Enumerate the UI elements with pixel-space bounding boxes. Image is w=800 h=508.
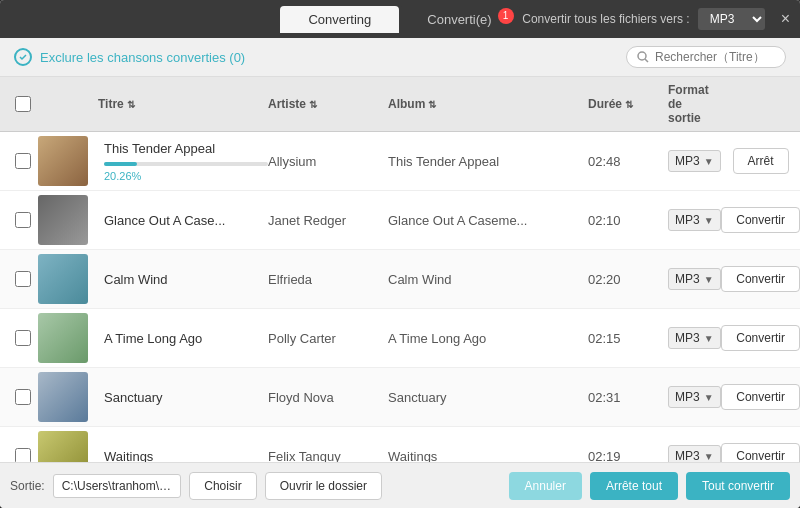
tab-converting[interactable]: Converting [280,6,399,33]
th-album[interactable]: Album ⇅ [388,97,588,111]
choisir-button[interactable]: Choisir [189,472,256,500]
th-artiste[interactable]: Artiste ⇅ [268,97,388,111]
album-art [38,431,88,462]
sort-arrow-titre: ⇅ [127,99,135,110]
row-check-cell [8,212,38,228]
table-row: Glance Out A Case... Janet Redger Glance… [0,191,800,250]
format-cell: MP3 ▼ [668,209,721,231]
format-select[interactable]: MP3 AAC FLAC WAV [698,8,765,30]
format-value: MP3 [675,331,700,345]
format-value: MP3 [675,390,700,404]
table-row: Calm Wind Elfrieda Calm Wind 02:20 MP3 ▼… [0,250,800,309]
th-format: Format de sortie [668,83,709,125]
duration-cell: 02:15 [588,331,668,346]
stop-button[interactable]: Arrêt [733,148,789,174]
row-check-cell [8,330,38,346]
format-value: MP3 [675,272,700,286]
chevron-down-icon: ▼ [704,274,714,285]
app-window: Converting Converti(e) 1 Convertir tous … [0,0,800,508]
format-dropdown[interactable]: MP3 ▼ [668,268,721,290]
artist-cell: Floyd Nova [268,390,388,405]
row-checkbox[interactable] [15,212,31,228]
format-cell: MP3 ▼ [668,268,721,290]
tout-convertir-button[interactable]: Tout convertir [686,472,790,500]
table-row: This Tender Appeal 20.26% Allysium This … [0,132,800,191]
row-checkbox[interactable] [15,153,31,169]
format-dropdown[interactable]: MP3 ▼ [668,445,721,462]
action-cell: Convertir [721,384,800,410]
convert-button[interactable]: Convertir [721,384,800,410]
convert-button[interactable]: Convertir [721,266,800,292]
format-value: MP3 [675,213,700,227]
album-art [38,136,88,186]
arret-tout-button[interactable]: Arrête tout [590,472,678,500]
duration-cell: 02:31 [588,390,668,405]
song-title: Calm Wind [104,272,268,287]
chevron-down-icon: ▼ [704,215,714,226]
th-duree[interactable]: Durée ⇅ [588,97,668,111]
header-checkbox[interactable] [15,96,31,112]
top-bar: Converting Converti(e) 1 Convertir tous … [0,0,800,38]
duration-cell: 02:48 [588,154,668,169]
title-cell: Glance Out A Case... [98,213,268,228]
format-select-wrapper: MP3 AAC FLAC WAV [698,8,765,30]
exclude-label[interactable]: Exclure les chansons converties (0) [14,48,245,66]
annuler-button[interactable]: Annuler [509,472,582,500]
format-value: MP3 [675,154,700,168]
convert-button[interactable]: Convertir [721,325,800,351]
album-art [38,372,88,422]
format-dropdown[interactable]: MP3 ▼ [668,386,721,408]
table-row: Waitings Felix Tanguy Waitings 02:19 MP3… [0,427,800,462]
search-input[interactable] [655,50,775,64]
row-check-cell [8,448,38,462]
tab-converti[interactable]: Converti(e) 1 [399,6,519,33]
progress-text: 20.26% [104,170,268,182]
top-right-area: Convertir tous les fichiers vers : MP3 A… [522,8,790,30]
title-cell: A Time Long Ago [98,331,268,346]
chevron-down-icon: ▼ [704,451,714,462]
format-value: MP3 [675,449,700,462]
row-checkbox[interactable] [15,389,31,405]
close-button[interactable]: × [781,10,790,28]
album-cell: Glance Out A Caseme... [388,213,588,228]
title-cell: This Tender Appeal 20.26% [98,141,268,182]
song-title: Sanctuary [104,390,268,405]
sort-arrow-artiste: ⇅ [309,99,317,110]
row-checkbox[interactable] [15,330,31,346]
song-title: A Time Long Ago [104,331,268,346]
convert-all-label: Convertir tous les fichiers vers : [522,12,689,26]
album-cell: Waitings [388,449,588,463]
chevron-down-icon: ▼ [704,392,714,403]
row-check-cell [8,389,38,405]
song-title: This Tender Appeal [104,141,268,156]
format-dropdown[interactable]: MP3 ▼ [668,209,721,231]
row-checkbox[interactable] [15,448,31,462]
output-path: C:\Users\tranhom\TuneFab... [53,474,182,498]
action-cell: Convertir [721,443,800,462]
convert-button[interactable]: Convertir [721,207,800,233]
check-icon [19,53,27,61]
svg-line-1 [645,59,648,62]
album-cell: A Time Long Ago [388,331,588,346]
convert-button[interactable]: Convertir [721,443,800,462]
album-cell: Sanctuary [388,390,588,405]
sort-arrow-duree: ⇅ [625,99,633,110]
search-icon [637,51,649,63]
ouvrir-button[interactable]: Ouvrir le dossier [265,472,382,500]
bottom-bar: Sortie: C:\Users\tranhom\TuneFab... Choi… [0,462,800,508]
format-dropdown[interactable]: MP3 ▼ [668,327,721,349]
album-cell: Calm Wind [388,272,588,287]
format-dropdown[interactable]: MP3 ▼ [668,150,721,172]
search-box[interactable] [626,46,786,68]
circle-icon [14,48,32,66]
row-checkbox[interactable] [15,271,31,287]
format-cell: MP3 ▼ [668,150,721,172]
svg-point-0 [638,52,646,60]
title-cell: Waitings [98,449,268,463]
title-cell: Sanctuary [98,390,268,405]
table-body: This Tender Appeal 20.26% Allysium This … [0,132,800,462]
title-cell: Calm Wind [98,272,268,287]
action-cell: Convertir [721,266,800,292]
th-titre[interactable]: Titre ⇅ [98,97,268,111]
row-check-cell [8,153,38,169]
